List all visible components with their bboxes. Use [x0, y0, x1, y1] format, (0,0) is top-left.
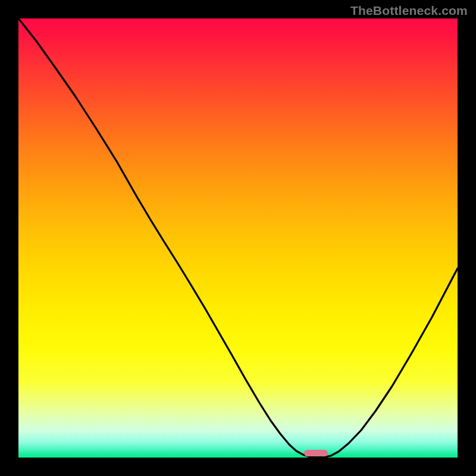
bottleneck-curve: [18, 18, 458, 458]
watermark-text: TheBottleneck.com: [350, 4, 468, 18]
minimum-marker: [304, 450, 328, 456]
chart-frame: TheBottleneck.com: [0, 0, 476, 476]
plot-area: [18, 18, 458, 458]
